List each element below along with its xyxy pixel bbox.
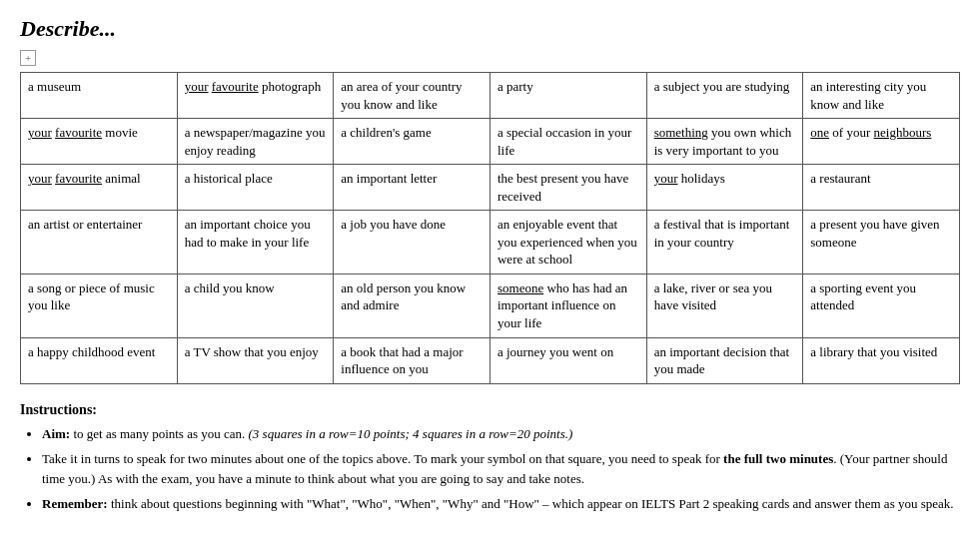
expand-button[interactable]: + xyxy=(20,50,36,66)
table-cell: your holidays xyxy=(646,165,803,211)
table-cell: an artist or entertainer xyxy=(21,211,178,275)
table-cell: an important letter xyxy=(334,165,490,211)
table-cell: an interesting city you know and like xyxy=(803,73,960,119)
table-cell: an old person you know and admire xyxy=(334,274,490,337)
table-cell: an area of your country you know and lik… xyxy=(334,73,490,119)
table-cell: an important choice you had to make in y… xyxy=(177,211,334,275)
instruction-item-2: Remember: think about questions beginnin… xyxy=(42,494,960,514)
table-cell: a festival that is important in your cou… xyxy=(646,211,803,275)
table-cell: a happy childhood event xyxy=(21,337,178,383)
table-cell: a newspaper/magazine you enjoy reading xyxy=(177,119,334,165)
table-cell: a library that you visited xyxy=(803,337,960,383)
table-cell: an enjoyable event that you experienced … xyxy=(490,211,646,275)
instructions-heading: Instructions: xyxy=(20,402,960,418)
table-cell: a book that had a major influence on you xyxy=(334,337,490,383)
table-cell: a lake, river or sea you have visited xyxy=(646,274,803,337)
page-title: Describe... xyxy=(20,16,960,42)
table-cell: a special occasion in your life xyxy=(490,119,646,165)
table-cell: the best present you have received xyxy=(490,165,646,211)
instructions-section: Instructions: Aim: to get as many points… xyxy=(20,402,960,514)
instruction-item-1: Take it in turns to speak for two minute… xyxy=(42,449,960,488)
table-cell: a children's game xyxy=(334,119,490,165)
table-cell: a TV show that you enjoy xyxy=(177,337,334,383)
table-cell: a song or piece of music you like xyxy=(21,274,178,337)
table-cell: your favourite animal xyxy=(21,165,178,211)
table-cell: a child you know xyxy=(177,274,334,337)
describe-table: a museumyour favourite photographan area… xyxy=(20,72,960,384)
table-cell: a journey you went on xyxy=(490,337,646,383)
table-cell: a historical place xyxy=(177,165,334,211)
table-cell: something you own which is very importan… xyxy=(646,119,803,165)
table-cell: your favourite movie xyxy=(21,119,178,165)
table-cell: one of your neighbours xyxy=(803,119,960,165)
table-cell: your favourite photograph xyxy=(177,73,334,119)
table-cell: a museum xyxy=(21,73,178,119)
table-cell: a party xyxy=(490,73,646,119)
instruction-item-0: Aim: to get as many points as you can. (… xyxy=(42,424,960,444)
instructions-list: Aim: to get as many points as you can. (… xyxy=(42,424,960,514)
table-cell: a job you have done xyxy=(334,211,490,275)
table-cell: a present you have given someone xyxy=(803,211,960,275)
table-cell: someone who has had an important influen… xyxy=(490,274,646,337)
table-cell: a subject you are studying xyxy=(646,73,803,119)
table-cell: a restaurant xyxy=(803,165,960,211)
table-cell: a sporting event you attended xyxy=(803,274,960,337)
table-cell: an important decision that you made xyxy=(646,337,803,383)
